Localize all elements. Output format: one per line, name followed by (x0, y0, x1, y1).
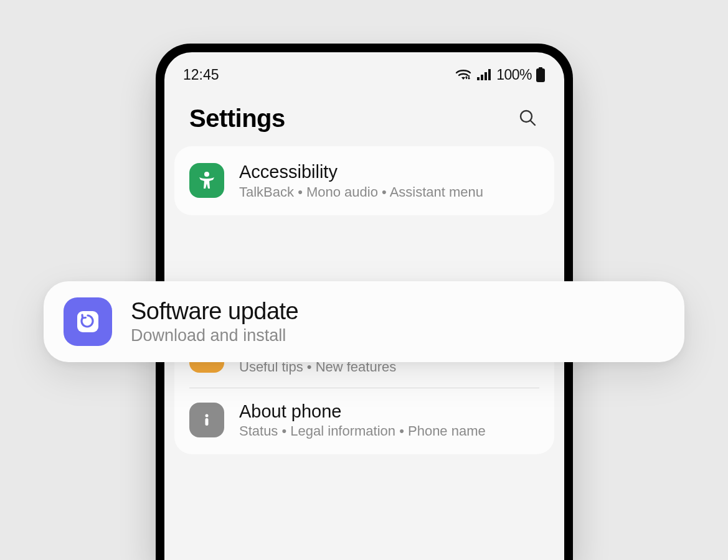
svg-point-10 (206, 414, 209, 417)
svg-point-8 (204, 172, 209, 177)
status-time: 12:45 (183, 67, 219, 83)
wifi-icon (454, 68, 473, 82)
settings-item-accessibility[interactable]: Accessibility TalkBack • Mono audio • As… (174, 149, 554, 213)
svg-rect-3 (488, 69, 491, 80)
battery-percentage: 100% (496, 67, 532, 83)
svg-rect-12 (77, 311, 98, 332)
settings-item-subtitle: Status • Legal information • Phone name (239, 423, 539, 439)
search-icon (518, 108, 537, 129)
settings-item-subtitle: TalkBack • Mono audio • Assistant menu (239, 184, 539, 200)
settings-header: Settings (164, 85, 564, 146)
software-update-icon (64, 297, 112, 346)
settings-item-title: Software update (131, 298, 664, 325)
battery-icon (536, 67, 546, 82)
settings-item-subtitle: Download and install (131, 326, 664, 345)
svg-rect-11 (206, 418, 209, 426)
settings-item-title: About phone (239, 401, 539, 422)
settings-card-top: Accessibility TalkBack • Mono audio • As… (174, 146, 554, 215)
status-bar: 12:45 (164, 52, 564, 85)
search-button[interactable] (516, 107, 539, 131)
settings-item-title: Accessibility (239, 161, 539, 183)
settings-item-software-update[interactable]: Software update Download and install (44, 281, 684, 362)
svg-rect-0 (477, 77, 480, 80)
svg-line-7 (531, 121, 535, 125)
status-icons: 100% (454, 67, 546, 83)
signal-icon (476, 68, 493, 81)
svg-rect-1 (481, 75, 483, 80)
settings-item-about-phone[interactable]: About phone Status • Legal information •… (174, 388, 554, 452)
accessibility-icon (189, 163, 224, 198)
svg-rect-2 (485, 72, 487, 80)
info-icon (189, 403, 224, 437)
svg-rect-5 (536, 68, 545, 82)
page-title: Settings (189, 105, 285, 133)
